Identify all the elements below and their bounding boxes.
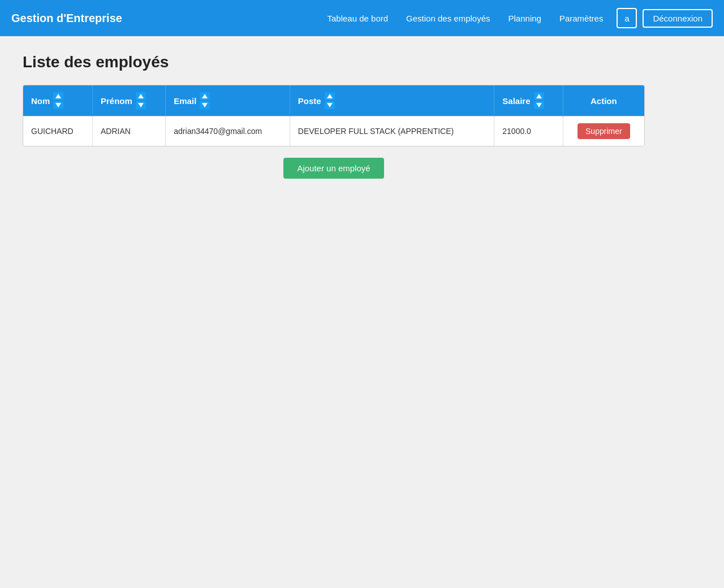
col-salaire-sort: [534, 92, 544, 109]
svg-marker-7: [327, 103, 333, 107]
nav-link-planning[interactable]: Planning: [508, 14, 541, 23]
navbar: Gestion d'Entreprise Tableau de bord Ges…: [0, 0, 724, 36]
col-email-label: Email: [174, 96, 196, 106]
employees-table: Nom: [23, 85, 644, 146]
col-prenom-sort-asc[interactable]: [136, 92, 146, 100]
main-content: Liste des employés Nom: [0, 36, 724, 196]
col-poste-sort-desc[interactable]: [325, 101, 335, 109]
add-employee-button[interactable]: Ajouter un employé: [283, 158, 383, 179]
col-prenom-sort: [136, 92, 146, 109]
employees-table-wrapper: Nom: [23, 85, 645, 146]
col-poste-sort: [325, 92, 335, 109]
svg-marker-0: [55, 94, 61, 98]
table-body: GUICHARD ADRIAN adrian34470@gmail.com DE…: [23, 116, 644, 146]
user-button[interactable]: a: [617, 8, 637, 28]
col-nom: Nom: [23, 85, 93, 116]
col-salaire-sort-desc[interactable]: [534, 101, 544, 109]
col-salaire-sort-asc[interactable]: [534, 92, 544, 100]
svg-marker-8: [536, 94, 542, 98]
add-button-wrapper: Ajouter un employé: [23, 158, 645, 179]
cell-email: adrian34470@gmail.com: [166, 116, 290, 146]
cell-poste: DEVELOPER FULL STACK (APPRENTICE): [290, 116, 494, 146]
col-email-sort: [200, 92, 210, 109]
cell-nom: GUICHARD: [23, 116, 93, 146]
nav-links: Tableau de bord Gestion des employés Pla…: [327, 14, 604, 23]
svg-marker-9: [536, 103, 542, 107]
col-nom-sort: [53, 92, 63, 109]
nav-link-tableau-de-bord[interactable]: Tableau de bord: [327, 14, 389, 23]
col-salaire: Salaire: [494, 85, 563, 116]
col-nom-sort-asc[interactable]: [53, 92, 63, 100]
col-poste: Poste: [290, 85, 494, 116]
col-prenom: Prénom: [93, 85, 166, 116]
col-poste-label: Poste: [298, 96, 321, 106]
col-nom-sort-desc[interactable]: [53, 101, 63, 109]
logout-button[interactable]: Déconnexion: [643, 9, 713, 28]
col-salaire-label: Salaire: [502, 96, 530, 106]
table-header: Nom: [23, 85, 644, 116]
nav-link-parametres[interactable]: Paramètres: [559, 14, 604, 23]
svg-marker-4: [202, 94, 208, 98]
col-action-label: Action: [591, 96, 617, 106]
brand-title: Gestion d'Entreprise: [11, 12, 122, 25]
col-nom-label: Nom: [31, 96, 50, 106]
page-title: Liste des employés: [23, 53, 701, 71]
svg-marker-2: [138, 94, 144, 98]
cell-action: Supprimer: [563, 116, 644, 146]
col-email-sort-asc[interactable]: [200, 92, 210, 100]
svg-marker-6: [327, 94, 333, 98]
col-email: Email: [166, 85, 290, 116]
nav-link-gestion-des-employes[interactable]: Gestion des employés: [406, 14, 490, 23]
col-prenom-label: Prénom: [101, 96, 132, 106]
col-prenom-sort-desc[interactable]: [136, 101, 146, 109]
cell-salaire: 21000.0: [494, 116, 563, 146]
table-row: GUICHARD ADRIAN adrian34470@gmail.com DE…: [23, 116, 644, 146]
svg-marker-3: [138, 103, 144, 107]
col-action: Action: [563, 85, 644, 116]
svg-marker-5: [202, 103, 208, 107]
delete-button[interactable]: Supprimer: [578, 123, 630, 139]
table-header-row: Nom: [23, 85, 644, 116]
col-email-sort-desc[interactable]: [200, 101, 210, 109]
svg-marker-1: [55, 103, 61, 107]
cell-prenom: ADRIAN: [93, 116, 166, 146]
col-poste-sort-asc[interactable]: [325, 92, 335, 100]
